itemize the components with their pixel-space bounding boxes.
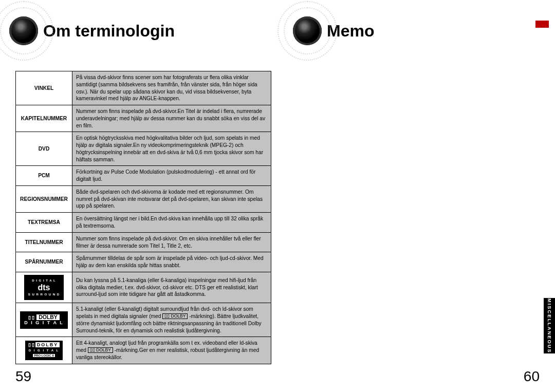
table-row: DVDEn optisk högtrycksskiva med högkvali… bbox=[16, 132, 271, 166]
term-desc: En optisk högtrycksskiva med högkvalitat… bbox=[72, 132, 271, 166]
term-desc: Nummer som finns inspelade på dvd-skivor… bbox=[72, 232, 271, 252]
table-row: TEXTREMSAEn översättning längst ner i bi… bbox=[16, 213, 271, 233]
page-number-right: 60 bbox=[524, 368, 540, 385]
term-desc: Nummer som finns inspelade på dvd-skivor… bbox=[72, 105, 271, 132]
term-desc: Spårnummer tilldelas de spår som är insp… bbox=[72, 252, 271, 272]
dts-logo-icon: D I G I T A L dts S U R R O U N D bbox=[24, 275, 64, 300]
term-label: TITELNUMMER bbox=[16, 232, 72, 252]
dolby-digital-logo-cell: ▯▯DOLBY D I G I T A L bbox=[16, 303, 72, 337]
header-left: Om terminologin bbox=[0, 0, 278, 51]
term-label: SPÅRNUMMER bbox=[16, 252, 72, 272]
table-row: TITELNUMMERNummer som finns inspelade på… bbox=[16, 232, 271, 252]
term-desc: Ett 4-kanaligt, analogt ljud från progra… bbox=[72, 337, 271, 364]
term-label: KAPITELNUMMER bbox=[16, 105, 72, 132]
table-row: PCMFörkortning av Pulse Code Modulation … bbox=[16, 166, 271, 186]
header-right: Memo bbox=[278, 0, 555, 51]
table-row: D I G I T A L dts S U R R O U N D Du kan… bbox=[16, 272, 271, 303]
page-title-left: Om terminologin bbox=[43, 22, 175, 41]
dts-logo-cell: D I G I T A L dts S U R R O U N D bbox=[16, 272, 72, 303]
term-label: REGIONSNUMMER bbox=[16, 185, 72, 212]
dolby-digital-logo-icon: ▯▯DOLBY D I G I T A L bbox=[20, 311, 67, 329]
dolby-inline-badge-icon: ▯▯ DOLBY bbox=[162, 313, 188, 319]
speaker-icon bbox=[293, 16, 322, 45]
dolby-prologic-logo-cell: ▯▯DOLBY D I G I T A L PRO LOGIC II bbox=[16, 337, 72, 364]
term-desc: Förkortning av Pulse Code Modulation (pu… bbox=[72, 166, 271, 186]
dolby-prologic-logo-icon: ▯▯DOLBY D I G I T A L PRO LOGIC II bbox=[25, 341, 63, 360]
speaker-icon bbox=[9, 16, 38, 45]
term-desc: En översättning längst ner i bild.En dvd… bbox=[72, 213, 271, 233]
table-row: ▯▯DOLBY D I G I T A L PRO LOGIC II Ett 4… bbox=[16, 337, 271, 364]
term-desc: Både dvd-spelaren och dvd-skivorna är ko… bbox=[72, 185, 271, 212]
table-row: SPÅRNUMMERSpårnummer tilldelas de spår s… bbox=[16, 252, 271, 272]
table-row: REGIONSNUMMERBåde dvd-spelaren och dvd-s… bbox=[16, 185, 271, 212]
page-right: Memo MISCELLANEOUS 60 bbox=[278, 0, 555, 392]
page-number-left: 59 bbox=[15, 368, 31, 385]
red-tab-mark bbox=[535, 21, 549, 28]
term-label: VINKEL bbox=[16, 71, 72, 105]
terminology-body: VINKELPå vissa dvd-skivor finns scener s… bbox=[16, 71, 271, 364]
term-label: DVD bbox=[16, 132, 72, 166]
term-label: TEXTREMSA bbox=[16, 213, 72, 233]
dolby-inline-badge-icon: ▯▯ DOLBY bbox=[88, 347, 113, 353]
table-row: KAPITELNUMMERNummer som finns inspelade … bbox=[16, 105, 271, 132]
table-row: ▯▯DOLBY D I G I T A L 5.1-kanaligt (elle… bbox=[16, 303, 271, 337]
page-left: Om terminologin VINKELPå vissa dvd-skivo… bbox=[0, 0, 278, 392]
term-desc: På vissa dvd-skivor finns scener som har… bbox=[72, 71, 271, 105]
term-label: PCM bbox=[16, 166, 72, 186]
table-row: VINKELPå vissa dvd-skivor finns scener s… bbox=[16, 71, 271, 105]
terminology-table: VINKELPå vissa dvd-skivor finns scener s… bbox=[15, 71, 271, 364]
term-desc: Du kan lyssna på 5.1-kanaliga (eller 6-k… bbox=[72, 272, 271, 303]
side-tab-miscellaneous: MISCELLANEOUS bbox=[544, 298, 555, 353]
term-desc: 5.1-kanaligt (eller 6-kanaligt) digitalt… bbox=[72, 303, 271, 337]
